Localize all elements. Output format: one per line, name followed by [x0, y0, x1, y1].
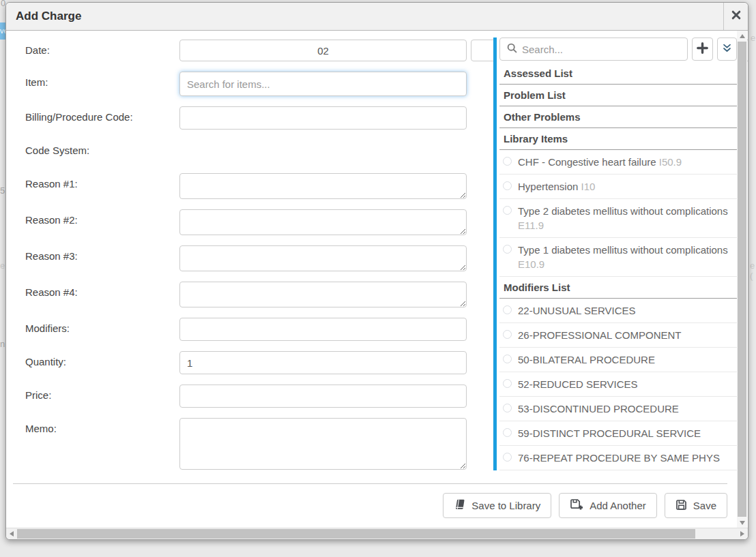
billing-code-input[interactable]: [179, 106, 467, 130]
library-item[interactable]: Type 1 diabetes mellitus without complic…: [499, 238, 737, 277]
close-icon: [731, 10, 741, 22]
price-row: Price:: [25, 385, 476, 408]
reason1-input[interactable]: [179, 173, 467, 199]
library-item[interactable]: CHF - Congestive heart failure I50.9: [499, 150, 737, 175]
close-button[interactable]: [723, 3, 748, 30]
radio-circle-icon: [503, 355, 512, 363]
modifiers-row: Modifiers:: [25, 318, 476, 341]
modal-footer: Save to Library Add Another: [13, 483, 727, 518]
bg-fragment: n: [0, 339, 5, 349]
date-row: Date:: [25, 40, 476, 61]
save-plus-icon: [570, 498, 583, 513]
item-code: I10: [581, 181, 596, 192]
save-icon: [675, 499, 687, 513]
reason2-label: Reason #2:: [25, 209, 179, 226]
scroll-left-arrow-icon[interactable]: [6, 528, 17, 539]
vertical-scrollbar[interactable]: [737, 31, 747, 528]
section-header-library-items[interactable]: Library Items: [499, 128, 737, 150]
bg-fragment: ve: [0, 22, 5, 40]
item-name: 26-PROFESSIONAL COMPONENT: [518, 329, 682, 341]
modifier-item[interactable]: 26-PROFESSIONAL COMPONENT: [499, 323, 737, 348]
vertical-scrollbar-thumb[interactable]: [738, 42, 746, 517]
radio-circle-icon: [503, 428, 512, 437]
reason4-input[interactable]: [179, 282, 467, 307]
reason2-row: Reason #2:: [25, 209, 476, 238]
modal-body: Date:: [6, 31, 748, 528]
item-name: 22-UNUSUAL SERVICES: [518, 305, 636, 316]
collapse-all-button[interactable]: [717, 37, 737, 61]
code-system-row: Code System:: [25, 140, 476, 163]
panel-search-box: [499, 37, 688, 61]
scroll-down-arrow-icon[interactable]: [737, 517, 747, 528]
radio-circle-icon: [503, 305, 512, 314]
horizontal-scrollbar-thumb[interactable]: [17, 529, 695, 539]
date-month-input[interactable]: [179, 40, 467, 61]
panel-search-row: [499, 37, 737, 61]
horizontal-scrollbar[interactable]: [6, 528, 748, 539]
price-label: Price:: [25, 385, 179, 401]
modifier-item[interactable]: 76-REPEAT PROCEDURE BY SAME PHYS: [499, 446, 737, 470]
add-item-button[interactable]: [692, 37, 713, 61]
memo-label: Memo:: [25, 418, 179, 434]
radio-circle-icon: [503, 404, 512, 412]
item-code: I50.9: [659, 156, 682, 168]
billing-code-row: Billing/Procedure Code:: [25, 106, 476, 130]
item-name: 50-BILATERAL PROCEDURE: [518, 354, 655, 365]
radio-circle-icon: [503, 379, 512, 388]
item-name: CHF - Congestive heart failure: [518, 156, 656, 168]
section-header-assessed-list[interactable]: Assessed List: [499, 63, 737, 85]
reason3-input[interactable]: [179, 245, 467, 271]
section-header-other-problems[interactable]: Other Problems: [499, 106, 737, 128]
scroll-up-arrow-icon[interactable]: [737, 31, 747, 41]
item-code: E11.9: [518, 220, 544, 231]
item-name: Type 2 diabetes mellitus without complic…: [518, 205, 728, 217]
item-search-input[interactable]: [179, 72, 467, 96]
radio-circle-icon: [503, 157, 512, 166]
library-item[interactable]: Hypertension I10: [499, 175, 737, 199]
modal-header: Add Charge: [6, 3, 748, 31]
save-to-library-label: Save to Library: [471, 500, 540, 511]
modifier-item[interactable]: 52-REDUCED SERVICES: [499, 372, 737, 397]
item-label: Item:: [25, 72, 179, 88]
quantity-input[interactable]: [179, 351, 467, 374]
save-to-library-button[interactable]: Save to Library: [443, 493, 551, 518]
add-another-button[interactable]: Add Another: [559, 493, 657, 518]
date-label: Date:: [25, 40, 179, 56]
modifiers-input[interactable]: [179, 318, 467, 341]
memo-input[interactable]: [179, 418, 467, 470]
reason4-label: Reason #4:: [25, 282, 179, 298]
code-system-label: Code System:: [25, 140, 179, 156]
plus-icon: [697, 42, 708, 57]
library-item[interactable]: Type 2 diabetes mellitus without complic…: [499, 199, 737, 238]
book-icon: [454, 499, 465, 512]
double-chevron-down-icon: [722, 43, 732, 56]
modifier-item[interactable]: 53-DISCONTINUED PROCEDURE: [499, 397, 737, 421]
scroll-right-arrow-icon[interactable]: [737, 528, 748, 539]
modal-title: Add Charge: [6, 3, 748, 30]
save-label: Save: [693, 500, 716, 511]
memo-row: Memo:: [25, 418, 476, 472]
radio-circle-icon: [503, 453, 512, 462]
modifier-item[interactable]: 59-DISTINCT PROCEDURAL SERVICE: [499, 421, 737, 446]
modifier-item[interactable]: 50-BILATERAL PROCEDURE: [499, 348, 737, 372]
reason3-row: Reason #3:: [25, 245, 476, 274]
reason3-label: Reason #3:: [25, 245, 179, 262]
item-name: Hypertension: [518, 181, 578, 192]
bg-fragment: e: [0, 260, 5, 271]
section-header-problem-list[interactable]: Problem List: [499, 85, 737, 106]
bg-fragment: e (: [750, 260, 756, 281]
radio-circle-icon: [503, 181, 512, 190]
modifier-item[interactable]: 22-UNUSUAL SERVICES: [499, 299, 737, 323]
reason4-row: Reason #4:: [25, 282, 476, 310]
item-name: 76-REPEAT PROCEDURE BY SAME PHYS: [518, 452, 720, 464]
save-button[interactable]: Save: [665, 493, 727, 518]
radio-circle-icon: [503, 206, 512, 215]
reason2-input[interactable]: [179, 209, 467, 235]
radio-circle-icon: [503, 245, 512, 254]
price-input[interactable]: [179, 385, 467, 408]
code-picker-panel: Assessed List Problem List Other Problem…: [493, 37, 737, 470]
panel-search-input[interactable]: [522, 44, 680, 55]
section-header-modifiers-list[interactable]: Modifiers List: [499, 277, 737, 299]
add-another-label: Add Another: [590, 500, 646, 511]
item-name: 59-DISTINCT PROCEDURAL SERVICE: [518, 427, 701, 439]
